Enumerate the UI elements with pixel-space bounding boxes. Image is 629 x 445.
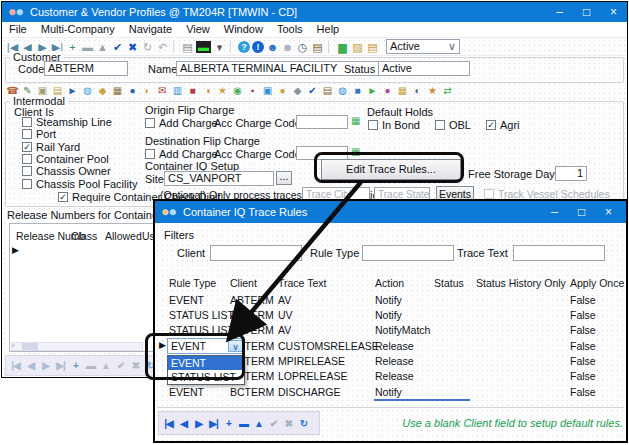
undo-icon[interactable]: ↶ [155,40,170,54]
checkbox[interactable]: ✓ [22,142,32,152]
nav-delete-button[interactable]: ▬ [236,415,251,432]
client-filter-field[interactable] [210,245,302,261]
nav-post-button[interactable]: ✔ [113,357,128,374]
mini-toolbar-icon[interactable]: ◉ [231,84,244,97]
close-button[interactable]: × [600,2,627,22]
rule-cell-action[interactable]: Notify [375,294,402,306]
site-field[interactable]: CS_VANPORT [164,171,274,186]
free-storage-days-field[interactable]: 1 [555,166,587,181]
rule-cell-trace_text[interactable]: LOPRELEASE [278,370,347,382]
mini-toolbar-icon[interactable]: ◍ [336,84,349,97]
rule-type-combo[interactable]: EVENT ∨ [167,338,245,354]
nav-prior-button[interactable]: ◀ [176,415,191,432]
client-type-container-pool[interactable]: Container Pool [22,153,147,165]
nav-prior-button[interactable]: ◀ [23,357,38,374]
dialog-close-button[interactable]: × [595,201,622,223]
rule-cell-client[interactable]: ABTERM [230,294,274,306]
site-browse-button[interactable]: ... [276,171,292,185]
scroll-left-icon[interactable]: ‹ [12,341,15,350]
nav-insert-button[interactable]: + [68,357,83,374]
mini-toolbar-icon[interactable]: ▦ [396,84,409,97]
nav-last-button[interactable]: ▶| [206,415,221,432]
dest-acc-code-field[interactable] [296,146,348,160]
dropdown-option-status-list[interactable]: STATUS LIST [168,370,244,384]
mini-toolbar-icon[interactable]: ★ [426,84,439,97]
delete-icon[interactable]: ▬ [80,40,95,54]
mini-toolbar-icon[interactable]: ► [366,84,379,97]
mini-toolbar-icon[interactable]: ■ [351,84,364,97]
post-icon[interactable]: ✔ [110,40,125,54]
scroll-thumb[interactable] [22,343,38,350]
rule-cell-rule_type[interactable]: STATUS LIST [169,324,234,336]
edit-trace-rules-button[interactable]: Edit Trace Rules... [321,159,461,180]
rule-cell-trace_text[interactable]: AV [278,294,291,306]
rule-cell-client[interactable]: ABTERM [230,309,274,321]
mini-toolbar-icon[interactable]: ▥ [171,84,184,97]
rule-cell-rule_type[interactable]: EVENT [169,294,204,306]
checkbox[interactable] [435,120,445,130]
menu-view[interactable]: View [179,22,217,36]
refresh-icon[interactable]: ↻ [140,40,155,54]
mini-toolbar-icon[interactable]: ★ [216,84,229,97]
dropdown-option-event[interactable]: EVENT [168,356,244,370]
mini-toolbar-icon[interactable]: ▦ [111,84,124,97]
nav-cancel-button[interactable]: ✖ [281,415,296,432]
rule-cell-apply_once[interactable]: False [570,340,596,352]
nav-next-button[interactable]: ▶ [191,415,206,432]
client-type-steamship-line[interactable]: Steamship Line [22,116,147,128]
mini-toolbar-icon[interactable]: ◆ [96,84,109,97]
mail-export-icon[interactable]: ▤ [365,40,380,54]
rule-cell-trace_text[interactable]: DISCHARGE [278,386,340,398]
rule-cell-action[interactable]: NotifyMatch [375,324,430,336]
checkbox[interactable]: ✓ [486,120,496,130]
destination-add-charge[interactable]: Add Charge [145,148,218,160]
insert-icon[interactable]: + [65,40,80,54]
mini-toolbar-icon[interactable]: ✔ [306,84,319,97]
mini-toolbar-icon[interactable]: ◐ [411,84,424,97]
lookup-icon[interactable]: ▦ [351,146,360,157]
nav-edit-button[interactable]: ▲ [98,357,113,374]
terminal-icon[interactable]: ▬ [196,41,211,53]
user-blue-icon[interactable]: ☻ [265,40,280,54]
mini-toolbar-icon[interactable]: ✉ [156,84,169,97]
mini-toolbar-icon[interactable]: ● [126,84,139,97]
rule-cell-trace_text[interactable]: UV [278,309,293,321]
track-vessel-checkbox[interactable] [484,189,494,199]
rule-cell-action[interactable]: Release [375,355,414,367]
code-field[interactable]: ABTERM [44,61,128,76]
nav-refresh-button[interactable]: ↻ [296,415,311,432]
nav-insert-button[interactable]: + [221,415,236,432]
rule-cell-trace_text[interactable]: AV [278,324,291,336]
rule-cell-client[interactable]: ABTERM [230,324,274,336]
toolbar-status-combo[interactable]: Active ∨ [386,39,460,54]
client-type-chassis-owner[interactable]: Chassis Owner [22,165,147,177]
rule-cell-action[interactable]: Release [375,340,414,352]
menu-navigate[interactable]: Navigate [122,22,179,36]
checkbox[interactable] [22,179,32,189]
rule-cell-client[interactable]: BCTERM [230,386,274,398]
rule-type-filter-field[interactable] [362,245,454,261]
cancel-icon[interactable]: ✖ [125,40,140,54]
add-charge-checkbox[interactable] [145,149,155,159]
user-gray-icon[interactable]: ☻ [280,40,295,54]
nav-first-button[interactable]: |◀ [8,357,23,374]
mini-toolbar-icon[interactable]: ◍ [81,84,94,97]
rule-cell-apply_once[interactable]: False [570,294,596,306]
rule-cell-trace_text[interactable]: CUSTOMSRELEASE [278,340,379,352]
add-charge-checkbox[interactable] [145,118,155,128]
origin-add-charge[interactable]: Add Charge [145,117,218,129]
mini-toolbar-icon[interactable]: ● [381,84,394,97]
checkbox[interactable] [368,120,378,130]
rule-cell-apply_once[interactable]: False [570,309,596,321]
nav-first-button[interactable]: |◀ [161,415,176,432]
nav-next-button[interactable]: ▶ [38,357,53,374]
mini-toolbar-icon[interactable]: ▣ [261,84,274,97]
nav-post-button[interactable]: ✔ [266,415,281,432]
dialog-maximize-button[interactable]: □ [568,201,595,223]
menu-file[interactable]: File [2,22,34,36]
client-type-rail-yard[interactable]: ✓Rail Yard [22,141,147,153]
mini-toolbar-icon[interactable]: ◑ [201,84,214,97]
mini-toolbar-icon[interactable]: ▪ [246,84,259,97]
hold-in-bond[interactable]: In Bond [368,119,420,131]
trace-text-filter-field[interactable] [513,245,605,261]
